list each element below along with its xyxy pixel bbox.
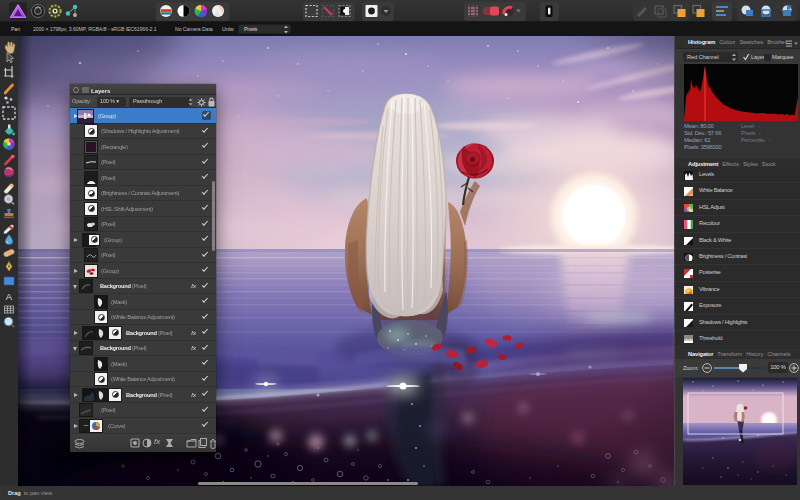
svg-text:A: A [6,291,13,302]
